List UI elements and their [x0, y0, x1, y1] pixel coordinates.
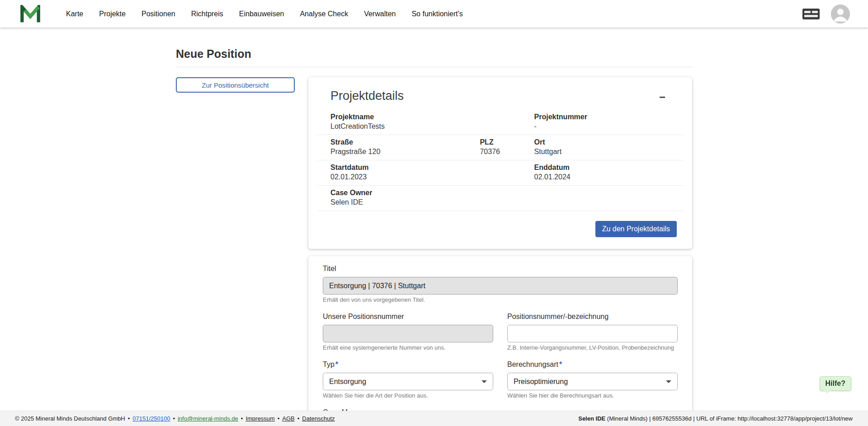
project-details-button[interactable]: Zu den Projektdetails	[595, 221, 677, 237]
titel-input[interactable]	[323, 277, 678, 295]
positions-overview-button[interactable]: Zur Positionsübersicht	[176, 77, 295, 93]
user-avatar[interactable]	[831, 5, 850, 23]
titel-hint: Erhält den von uns vorgegebenen Titel.	[323, 296, 678, 303]
table-row: Case Owner Selen IDE	[317, 186, 683, 211]
session-details: (Mineral Minds) | 69576255536d | URL of …	[605, 415, 853, 422]
nav-item-einbauweisen[interactable]: Einbauweisen	[239, 10, 284, 18]
left-column: Zur Positionsübersicht	[176, 77, 295, 93]
berechnungsart-hint: Wählen Sie hier die Berechnungsart aus.	[507, 392, 678, 399]
ort-label: Ort	[534, 138, 670, 147]
main-navigation: Karte Projekte Positionen Richtpreis Ein…	[66, 10, 463, 18]
enddatum-value: 02.01.2024	[534, 173, 670, 182]
berechnungsart-label: Berechnungsart*	[507, 360, 678, 369]
email-link[interactable]: info@mineral-minds.de	[178, 415, 238, 422]
plz-label: PLZ	[480, 138, 534, 147]
keypad-icon	[802, 8, 820, 20]
chevron-down-icon	[481, 380, 487, 383]
positionsbezeichnung-input[interactable]	[507, 325, 678, 342]
nav-item-analyse-check[interactable]: Analyse Check	[300, 10, 348, 18]
session-user: Selen IDE	[578, 415, 605, 422]
positionsbezeichnung-label: Positionsnummer/-bezeichnung	[507, 312, 678, 321]
positionsnummer-label: Unsere Positionsnummer	[323, 312, 493, 321]
case-owner-label: Case Owner	[330, 188, 480, 197]
chevron-down-icon	[666, 380, 671, 383]
typ-hint: Wählen Sie hier die Art der Position aus…	[323, 392, 493, 399]
projektname-label: Projektname	[330, 112, 480, 122]
copyright-text: © 2025 Mineral Minds Deutschland GmbH	[15, 415, 125, 422]
typ-select-value: Entsorgung	[329, 378, 366, 386]
strasse-label: Straße	[330, 138, 480, 147]
session-info: Selen IDE (Mineral Minds) | 69576255536d…	[578, 415, 853, 422]
table-row: Projektname LotCreationTests Projektnumm…	[317, 110, 683, 135]
page-title: Neue Position	[176, 47, 692, 61]
impressum-link[interactable]: Impressum	[245, 415, 274, 422]
projektnummer-value: -	[534, 122, 670, 131]
terminal-icon[interactable]	[802, 8, 820, 20]
footer-separator: •	[173, 415, 175, 422]
datenschutz-link[interactable]: Datenschutz	[302, 415, 335, 422]
berechnungsart-select-value: Preisoptimierung	[514, 378, 568, 386]
app-logo[interactable]	[20, 5, 41, 23]
typ-select[interactable]: Entsorgung	[323, 373, 493, 390]
header-actions	[802, 5, 850, 23]
footer-separator: •	[128, 415, 130, 422]
footer-separator: •	[297, 415, 300, 422]
footer-links: © 2025 Mineral Minds Deutschland GmbH • …	[15, 415, 335, 422]
nav-item-richtpreis[interactable]: Richtpreis	[191, 10, 223, 18]
mineral-minds-logo-icon	[20, 5, 41, 23]
top-nav: Karte Projekte Positionen Richtpreis Ein…	[0, 0, 868, 28]
project-details-card: Projektdetails − Projektname LotCreation…	[308, 77, 692, 249]
startdatum-value: 02.01.2023	[330, 173, 480, 182]
phone-link[interactable]: 07151/250100	[132, 415, 170, 422]
footer: © 2025 Mineral Minds Deutschland GmbH • …	[0, 411, 868, 426]
positionsnummer-input[interactable]	[323, 325, 493, 342]
case-owner-value: Selen IDE	[330, 198, 480, 207]
footer-separator: •	[241, 415, 243, 422]
person-icon	[831, 5, 850, 23]
typ-label: Typ*	[323, 360, 493, 369]
berechnungsart-select[interactable]: Preisoptimierung	[507, 373, 678, 390]
nav-item-so-funktionierts[interactable]: So funktioniert's	[411, 10, 462, 18]
project-details-table: Projektname LotCreationTests Projektnumm…	[317, 110, 683, 211]
ort-value: Stuttgart	[534, 147, 670, 156]
project-details-title: Projektdetails	[330, 89, 404, 103]
agb-link[interactable]: AGB	[282, 415, 294, 422]
titel-label: Titel	[323, 264, 678, 273]
plz-value: 70376	[480, 147, 534, 156]
nav-item-projekte[interactable]: Projekte	[99, 10, 126, 18]
required-marker: *	[335, 360, 338, 368]
footer-separator: •	[278, 415, 280, 422]
right-column: Projektdetails − Projektname LotCreation…	[308, 77, 692, 426]
position-form-card: Titel Erhält den von uns vorgegebenen Ti…	[308, 256, 692, 426]
projektnummer-label: Projektnummer	[534, 112, 670, 122]
title-divider	[176, 67, 692, 67]
projektname-value: LotCreationTests	[330, 122, 480, 131]
table-row: Startdatum 02.01.2023 Enddatum 02.01.202…	[317, 160, 683, 186]
nav-item-verwalten[interactable]: Verwalten	[364, 10, 396, 18]
strasse-value: Pragstraße 120	[330, 147, 480, 156]
main-content: Neue Position Zur Positionsübersicht Pro…	[0, 47, 868, 426]
startdatum-label: Startdatum	[330, 163, 480, 172]
positionsnummer-hint: Erhält eine systemgenerierte Nummer von …	[323, 344, 493, 351]
required-marker: *	[559, 360, 562, 368]
collapse-button[interactable]: −	[655, 89, 670, 105]
enddatum-label: Enddatum	[534, 163, 670, 172]
table-row: Straße Pragstraße 120 PLZ 70376 Ort Stut…	[317, 135, 683, 160]
nav-item-karte[interactable]: Karte	[66, 10, 83, 18]
positionsbezeichnung-hint: Z.B. Interne-Vorgangsnummer, LV-Position…	[507, 344, 678, 351]
help-button[interactable]: Hilfe?	[820, 376, 851, 391]
nav-item-positionen[interactable]: Positionen	[142, 10, 175, 18]
